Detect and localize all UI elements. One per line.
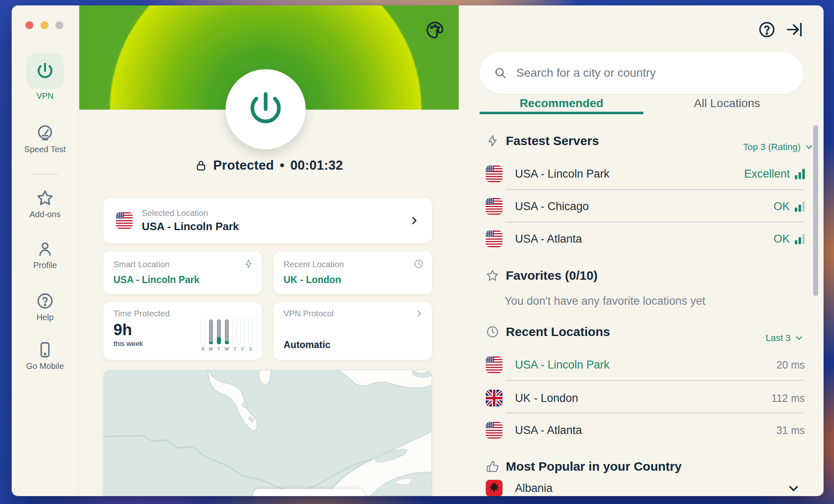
sidebar-item-vpn[interactable]: VPN	[12, 54, 78, 101]
favorites-header: Favorites (0/10)	[486, 268, 598, 283]
lightning-icon	[244, 259, 254, 269]
sidebar-item-label: Help	[12, 313, 78, 322]
server-rating: OK	[774, 200, 790, 213]
tab-all-locations[interactable]: All Locations	[643, 94, 811, 113]
signal-bars-icon	[795, 168, 805, 179]
sidebar-item-label: Speed Test	[12, 145, 78, 154]
recent-location-row[interactable]: USA - Lincoln Park 20 ms	[486, 353, 805, 376]
row-divider	[506, 380, 804, 381]
day-label: S	[201, 346, 204, 351]
search-input[interactable]	[516, 66, 789, 80]
week-usage-chart: S M T W T F S	[201, 319, 253, 351]
server-row[interactable]: USA - Chicago OK	[486, 195, 805, 218]
tab-recommended[interactable]: Recommended	[480, 94, 643, 113]
ping-value: 20 ms	[776, 359, 805, 371]
ping-value: 112 ms	[771, 392, 805, 404]
server-name: USA - Lincoln Park	[515, 359, 610, 371]
usage-bar	[201, 319, 205, 344]
sidebar-item-label: VPN	[12, 91, 78, 101]
recent-location-row[interactable]: USA - Atlanta 31 ms	[486, 419, 805, 442]
clock-icon	[486, 325, 499, 339]
vpn-protocol-value: Automatic	[284, 339, 330, 351]
country-name: Albania	[515, 482, 553, 495]
help-circle-icon[interactable]	[758, 20, 776, 39]
recent-locations-header: Recent Locations	[486, 325, 610, 339]
usage-bar	[249, 319, 253, 344]
chevron-right-icon	[414, 309, 424, 318]
sign-in-icon[interactable]	[785, 20, 804, 39]
us-flag-icon	[486, 165, 502, 182]
recent-location-row[interactable]: UK - London 112 ms	[486, 386, 805, 410]
day-label: M	[209, 346, 213, 351]
row-divider	[506, 189, 804, 190]
country-row[interactable]: Albania	[486, 476, 805, 496]
status-label: Protected	[213, 158, 274, 173]
scrollbar-thumb[interactable]	[813, 125, 818, 296]
sidebar-divider	[31, 174, 59, 174]
search-icon	[494, 66, 507, 80]
section-title: Recent Locations	[506, 325, 610, 339]
filter-label: Last 3	[766, 333, 791, 344]
recent-filter-dropdown[interactable]: Last 3	[766, 333, 804, 344]
server-name: USA - Lincoln Park	[515, 168, 610, 181]
session-timer: 00:01:32	[290, 158, 343, 173]
power-icon	[246, 90, 285, 128]
smart-location-label: Smart Location	[113, 260, 252, 269]
app-window: VPN Speed Test Add-ons Profile Help Go M…	[12, 5, 824, 496]
map-info-card[interactable]	[253, 489, 364, 496]
smart-location-value: USA - Lincoln Park	[113, 274, 252, 286]
scroll-more-chevron-icon[interactable]	[786, 481, 801, 496]
usage-bar	[225, 319, 229, 344]
signal-bars-icon	[795, 201, 805, 212]
theme-palette-icon[interactable]	[425, 20, 445, 40]
row-divider	[506, 413, 804, 413]
day-label: W	[225, 346, 229, 351]
server-row[interactable]: USA - Atlanta OK	[486, 227, 805, 251]
section-title: Favorites (0/10)	[506, 268, 598, 283]
sidebar-item-profile[interactable]: Profile	[12, 240, 78, 270]
server-row[interactable]: USA - Lincoln Park Excellent	[486, 162, 805, 186]
location-map[interactable]	[103, 370, 432, 496]
lock-icon	[195, 159, 207, 172]
sidebar-item-help[interactable]: Help	[12, 292, 78, 322]
server-name: UK - London	[515, 392, 578, 405]
day-label: T	[234, 346, 236, 351]
row-divider	[506, 222, 804, 222]
section-title: Most Popular in your Country	[506, 459, 682, 474]
tab-label: Recommended	[520, 97, 603, 110]
speedometer-icon	[36, 124, 54, 142]
selected-location-label: Selected Location	[142, 208, 239, 218]
day-label: F	[241, 346, 244, 351]
server-name: USA - Atlanta	[515, 233, 582, 246]
selected-location-card[interactable]: Selected Location USA - Lincoln Park	[103, 198, 432, 243]
vpn-protocol-card[interactable]: VPN Protocol Automatic	[274, 302, 432, 360]
server-name: USA - Chicago	[515, 200, 589, 213]
time-protected-label: Time Protected	[113, 309, 252, 318]
ping-value: 31 ms	[776, 424, 805, 436]
smart-location-card[interactable]: Smart Location USA - Lincoln Park	[103, 251, 262, 294]
favorites-empty-message: You don't have any favorite locations ye…	[505, 295, 705, 308]
fastest-filter-dropdown[interactable]: Top 3 (Rating)	[743, 142, 814, 153]
map-graphic	[103, 370, 432, 496]
person-icon	[36, 240, 54, 258]
search-bar[interactable]	[480, 52, 804, 94]
server-rating: OK	[774, 233, 790, 246]
server-name: USA - Atlanta	[515, 424, 582, 437]
recent-location-card[interactable]: Recent Location UK - London	[274, 251, 432, 294]
active-tab-indicator	[480, 112, 643, 114]
selected-location-value: USA - Lincoln Park	[142, 220, 239, 233]
selected-location-texts: Selected Location USA - Lincoln Park	[142, 208, 239, 233]
time-protected-card[interactable]: Time Protected 9h this week S M T W T F …	[103, 302, 262, 360]
sidebar-item-speed-test[interactable]: Speed Test	[12, 124, 78, 154]
signal-bars-icon	[795, 233, 805, 244]
sidebar-item-label: Go Mobile	[12, 361, 78, 371]
sidebar-item-label: Profile	[12, 261, 78, 270]
uk-flag-icon	[486, 390, 502, 406]
sidebar-item-go-mobile[interactable]: Go Mobile	[12, 341, 78, 371]
usage-bar	[217, 319, 221, 344]
section-title: Fastest Servers	[506, 134, 599, 148]
albania-flag-icon	[486, 480, 502, 496]
sidebar-item-add-ons[interactable]: Add-ons	[12, 189, 78, 219]
disconnect-power-button[interactable]	[226, 69, 306, 149]
power-icon	[35, 62, 55, 81]
